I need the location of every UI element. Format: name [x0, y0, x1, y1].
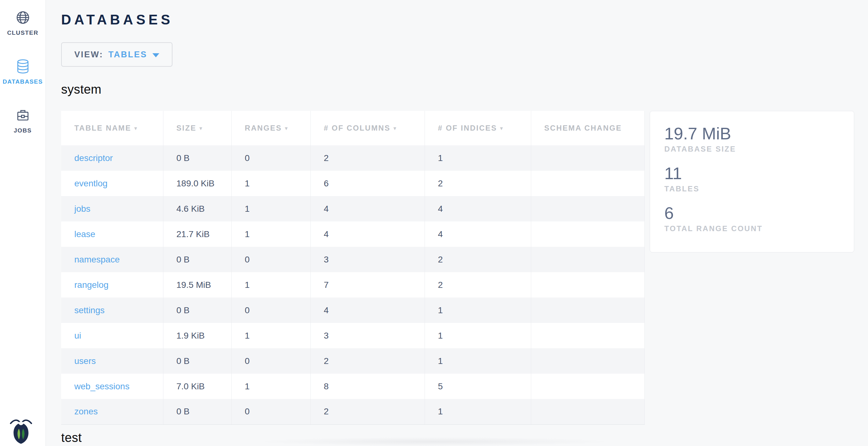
database-heading-test: test [61, 430, 854, 446]
cell-value: 2 [438, 254, 443, 264]
cell-value: 0 B [177, 305, 190, 315]
stat-value: 6 [664, 203, 841, 223]
view-selector-dropdown[interactable]: VIEW: TABLES [61, 42, 173, 67]
cell-table-name: descriptor [61, 145, 163, 171]
summary-stat: 11TABLES [664, 164, 841, 193]
cell-value: 0 [245, 153, 250, 163]
cell-schema-change [531, 145, 644, 171]
cell-value: 4 [324, 204, 329, 214]
cell-value: 2 [324, 407, 329, 416]
cell-value: 1 [245, 204, 250, 214]
cell-size: 0 B [163, 348, 231, 374]
cell-table-name: namespace [61, 247, 163, 272]
cell-size: 21.7 KiB [163, 221, 231, 247]
cell-value: 2 [438, 280, 443, 290]
table-row: zones0 B021 [61, 399, 644, 424]
cell-indices: 1 [425, 348, 531, 374]
cell-value: 6 [324, 178, 329, 188]
sidebar-item-databases[interactable]: DATABASES [0, 58, 45, 85]
sidebar-item-cluster[interactable]: CLUSTER [0, 9, 45, 36]
cell-table-name: settings [61, 298, 163, 323]
cell-value: 0 [245, 305, 250, 315]
databases-page: CLUSTERDATABASESJOBS DATABASES VIEW: TAB… [0, 0, 868, 446]
cell-indices: 1 [425, 399, 531, 424]
cell-size: 0 B [163, 399, 231, 424]
stat-label: DATABASE SIZE [664, 145, 841, 153]
cell-value: 1 [438, 305, 443, 315]
cell-schema-change [531, 399, 644, 424]
sort-caret-icon: ▾ [134, 126, 138, 131]
cell-indices: 1 [425, 298, 531, 323]
cell-table-name: zones [61, 399, 163, 424]
table-name-link[interactable]: lease [74, 229, 95, 239]
cell-value: 189.0 KiB [177, 178, 215, 188]
cell-ranges: 1 [231, 272, 310, 298]
cell-value: 1 [438, 331, 443, 340]
cell-indices: 5 [425, 374, 531, 399]
column-header-of-indices[interactable]: # OF INDICES▾ [425, 111, 531, 145]
cell-columns: 2 [310, 399, 425, 424]
sort-caret-icon: ▾ [285, 126, 288, 131]
database-summary-card: 19.7 MiBDATABASE SIZE11TABLES6TOTAL RANG… [650, 111, 854, 252]
cell-indices: 4 [425, 196, 531, 221]
briefcase-icon [15, 107, 31, 124]
table-name-link[interactable]: rangelog [74, 280, 108, 290]
table-name-link[interactable]: ui [74, 331, 81, 340]
sort-caret-icon: ▾ [500, 126, 504, 131]
table-name-link[interactable]: jobs [74, 204, 90, 214]
column-header-ranges[interactable]: RANGES▾ [231, 111, 310, 145]
table-name-link[interactable]: descriptor [74, 153, 113, 163]
table-name-link[interactable]: eventlog [74, 178, 107, 188]
sidebar-item-jobs[interactable]: JOBS [0, 107, 45, 134]
cell-table-name: eventlog [61, 171, 163, 196]
cell-value: 2 [438, 178, 443, 188]
table-name-link[interactable]: settings [74, 305, 105, 315]
cell-ranges: 1 [231, 374, 310, 399]
table-name-link[interactable]: users [74, 356, 96, 366]
column-header-label: SIZE [177, 124, 197, 132]
cell-columns: 6 [310, 171, 425, 196]
cell-value: 2 [324, 153, 329, 163]
table-name-link[interactable]: namespace [74, 254, 120, 264]
cell-value: 1 [245, 331, 250, 340]
cell-table-name: rangelog [61, 272, 163, 298]
cell-schema-change [531, 298, 644, 323]
cell-value: 1.9 KiB [177, 331, 205, 340]
cell-ranges: 1 [231, 323, 310, 348]
table-name-link[interactable]: zones [74, 407, 98, 416]
cell-value: 1 [245, 178, 250, 188]
table-row: web_sessions7.0 KiB185 [61, 374, 644, 399]
table-row: ui1.9 KiB131 [61, 323, 644, 348]
summary-stat: 19.7 MiBDATABASE SIZE [664, 124, 841, 153]
column-header-table-name[interactable]: TABLE NAME▾ [61, 111, 163, 145]
cell-schema-change [531, 323, 644, 348]
cell-value: 2 [324, 356, 329, 366]
cell-size: 4.6 KiB [163, 196, 231, 221]
database-icon [15, 58, 31, 74]
cell-schema-change [531, 221, 644, 247]
cell-value: 3 [324, 254, 329, 264]
stat-label: TOTAL RANGE COUNT [664, 224, 841, 233]
column-header-schema-change: SCHEMA CHANGE [531, 111, 644, 145]
view-selector-label: VIEW: [74, 50, 103, 60]
column-header-size[interactable]: SIZE▾ [163, 111, 231, 145]
cell-ranges: 0 [231, 399, 310, 424]
cell-value: 4 [324, 229, 329, 239]
table-body: descriptor0 B021eventlog189.0 KiB162jobs… [61, 145, 644, 424]
cell-columns: 8 [310, 374, 425, 399]
globe-icon [15, 9, 31, 26]
table-row: jobs4.6 KiB144 [61, 196, 644, 221]
table-name-link[interactable]: web_sessions [74, 381, 129, 391]
cell-value: 1 [245, 381, 250, 391]
cell-size: 0 B [163, 298, 231, 323]
cell-indices: 1 [425, 323, 531, 348]
cell-columns: 4 [310, 221, 425, 247]
system-database-section: TABLE NAME▾SIZE▾RANGES▾# OF COLUMNS▾# OF… [61, 111, 854, 425]
cell-columns: 4 [310, 298, 425, 323]
sidebar: CLUSTERDATABASESJOBS [0, 0, 46, 446]
cell-size: 0 B [163, 145, 231, 171]
cell-columns: 3 [310, 323, 425, 348]
column-header-label: TABLE NAME [74, 124, 131, 132]
column-header-of-columns[interactable]: # OF COLUMNS▾ [310, 111, 425, 145]
cell-size: 7.0 KiB [163, 374, 231, 399]
